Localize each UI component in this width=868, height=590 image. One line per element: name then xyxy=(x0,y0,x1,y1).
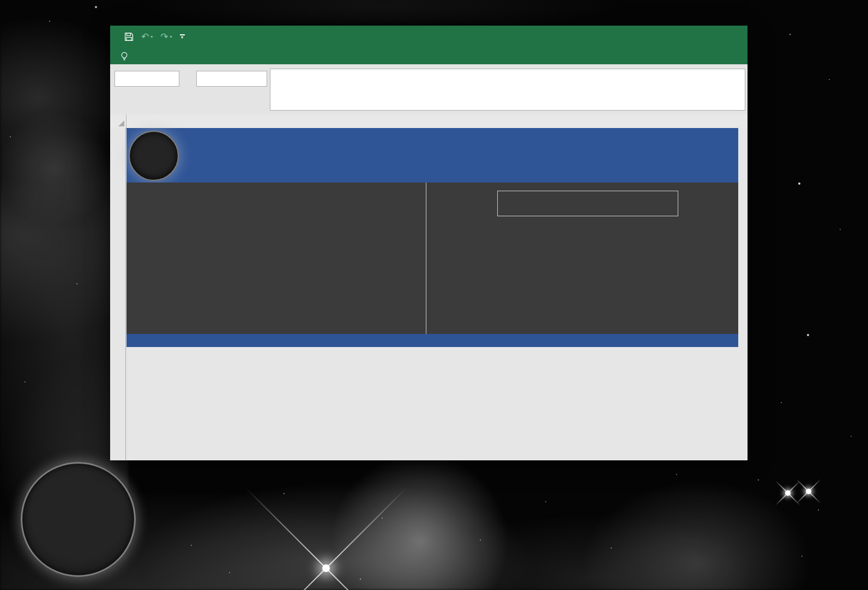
customize-toolbar-button[interactable]: ▾ xyxy=(180,34,185,39)
title-bar: ↶ ▾ ↷ ▾ ▾ xyxy=(110,26,748,48)
redo-dropdown-icon: ▾ xyxy=(170,34,172,39)
tell-me-box[interactable] xyxy=(120,52,133,61)
total-profit-panel xyxy=(426,183,738,334)
formula-buttons xyxy=(196,71,267,87)
row-header-gutter xyxy=(111,128,126,460)
name-box[interactable] xyxy=(114,71,179,87)
stars xyxy=(0,0,1,1)
ribbon-tab-bar xyxy=(110,48,748,64)
lightbulb-icon xyxy=(120,52,129,61)
save-button[interactable] xyxy=(124,32,134,41)
quick-access-toolbar: ↶ ▾ ↷ ▾ ▾ xyxy=(124,32,185,41)
unused-sheet-area xyxy=(738,128,748,460)
redo-button[interactable]: ↷ ▾ xyxy=(160,32,172,41)
excel-window: ↶ ▾ ↷ ▾ ▾ xyxy=(110,26,748,460)
save-icon xyxy=(124,32,134,41)
column-header-strip xyxy=(111,114,748,129)
select-all-button[interactable] xyxy=(111,114,126,128)
undo-dropdown-icon: ▾ xyxy=(150,34,153,39)
background-id-logo xyxy=(21,462,136,577)
dashboard-band xyxy=(126,183,738,334)
sheet-content xyxy=(126,128,738,460)
column-header-filler xyxy=(126,114,748,128)
undo-button[interactable]: ↶ ▾ xyxy=(141,32,153,41)
table-header-row xyxy=(126,334,738,347)
formula-input[interactable] xyxy=(270,69,745,111)
spreadsheet-banner[interactable] xyxy=(126,128,738,183)
formula-bar-area xyxy=(110,64,748,114)
total-profit-label-box xyxy=(497,191,678,216)
undo-icon: ↶ xyxy=(141,32,149,41)
sheet-grid xyxy=(111,128,748,460)
banner-id-logo xyxy=(129,131,179,181)
profit-revenue-chart[interactable] xyxy=(126,183,426,334)
redo-icon: ↷ xyxy=(160,32,168,41)
nebula-top xyxy=(109,0,763,26)
chevron-down-icon: ▾ xyxy=(181,36,183,39)
